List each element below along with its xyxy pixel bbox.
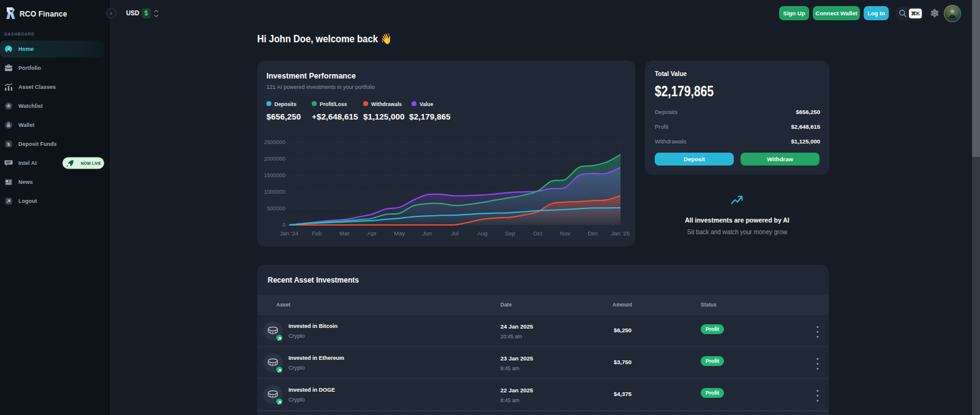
svg-text:Jan '25: Jan '25 [611,230,630,237]
svg-text:2500000: 2500000 [264,139,285,145]
svg-text:$: $ [7,142,10,147]
svg-text:500000: 500000 [267,205,285,211]
svg-text:1500000: 1500000 [264,172,285,178]
svg-text:Aug: Aug [477,230,488,237]
svg-text:0: 0 [282,222,285,228]
svg-text:Nov: Nov [560,230,570,237]
svg-text:2000000: 2000000 [264,156,285,162]
svg-text:1000000: 1000000 [264,189,285,195]
svg-text:May: May [394,230,405,237]
svg-text:Feb: Feb [312,230,322,237]
svg-text:Apr: Apr [368,230,377,237]
svg-text:Sep: Sep [505,230,515,237]
svg-text:Mar: Mar [339,230,349,237]
svg-text:Oct: Oct [533,230,542,237]
svg-text:Jun: Jun [423,230,432,237]
svg-text:Jan '24: Jan '24 [280,230,298,237]
svg-text:Jul: Jul [451,230,458,237]
svg-text:Dec: Dec [587,230,598,237]
